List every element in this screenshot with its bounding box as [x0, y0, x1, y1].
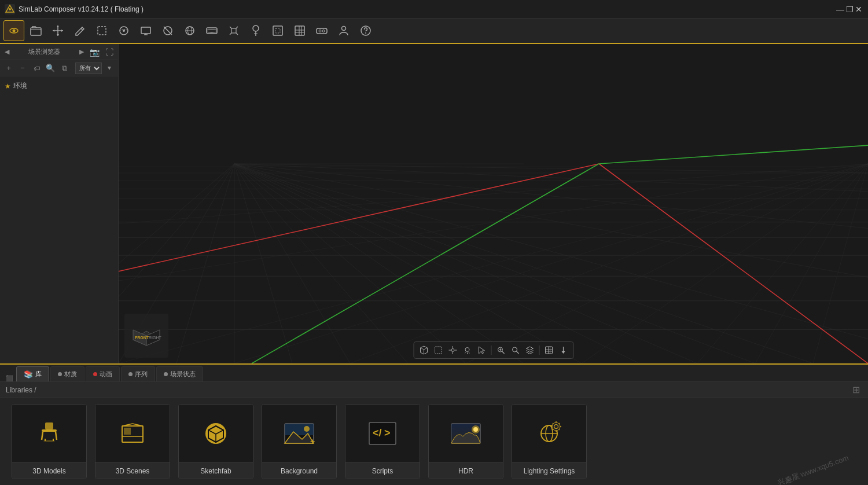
vp-zoom-button[interactable] [494, 344, 507, 357]
svg-marker-122 [526, 347, 533, 350]
add-item-button[interactable]: + [2, 62, 15, 75]
panel-collapse-left-button[interactable]: ◀ [2, 47, 12, 57]
library-card-scripts[interactable]: </ > Scripts [345, 404, 420, 479]
bottom-panel-collapse-button[interactable]: ⬛ [3, 375, 15, 381]
toolbar-open-button[interactable] [25, 20, 46, 41]
toolbar-slice-button[interactable] [157, 20, 178, 41]
svg-line-28 [236, 33, 238, 35]
remove-item-button[interactable]: − [16, 62, 29, 75]
scene-item-env[interactable]: ★ 环境 [2, 80, 116, 92]
material-dot [58, 372, 62, 376]
scene-tree: ★ 环境 [0, 76, 118, 363]
card-icon-background: + [262, 405, 336, 462]
minimize-button[interactable]: — [836, 5, 845, 14]
tab-library[interactable]: 📚 库 [16, 366, 49, 381]
nav-cube[interactable]: FRONT RIGHT [124, 314, 168, 358]
vp-select-button[interactable] [432, 344, 444, 357]
svg-line-27 [230, 33, 231, 35]
bottom-tabs: ⬛ 📚 库 材质 动画 序列 场景状态 [0, 365, 868, 382]
library-card-background[interactable]: + Background [262, 404, 337, 479]
library-card-hdr[interactable]: HDR [428, 404, 503, 479]
toolbar-select-rect-button[interactable] [91, 20, 112, 41]
vp-cube-button[interactable] [417, 344, 430, 357]
tab-animation[interactable]: 动画 [86, 366, 120, 381]
svg-rect-5 [31, 28, 41, 35]
library-card-lighting[interactable]: Lighting Settings [512, 404, 587, 479]
scene-item-label: 环境 [13, 81, 27, 91]
vp-light-button[interactable] [461, 344, 473, 357]
restore-button[interactable]: ❐ [845, 5, 854, 14]
titlebar: SimLab Composer v10.24.12 ( Floating ) —… [0, 0, 868, 19]
vp-zoom-view-button[interactable] [509, 344, 521, 357]
scene-state-dot [164, 372, 168, 376]
card-label-sketchfab: Sketchfab [179, 462, 253, 479]
filter-dropdown-button[interactable]: ▼ [103, 62, 116, 75]
library-icon: 📚 [24, 370, 33, 379]
toolbar-avatar-button[interactable] [333, 20, 354, 41]
vp-cursor-button[interactable] [475, 344, 488, 357]
toolbar-render-grid-button[interactable] [289, 20, 310, 41]
main-area: ◀ 场景浏览器 ▶ 📷 ⛶ + − 🏷 🔍 ⧉ 所有 模型 灯光 相机 ▼ [0, 44, 868, 363]
vp-layers-button[interactable] [523, 344, 536, 357]
vp-grid-button[interactable] [542, 344, 555, 357]
toolbar-globe-button[interactable] [179, 20, 200, 41]
toolbar-vr-button[interactable] [311, 20, 332, 41]
svg-point-166 [552, 422, 560, 431]
toolbar-view-button[interactable] [3, 20, 24, 41]
card-icon-lighting [512, 405, 586, 462]
svg-rect-105 [435, 347, 442, 354]
search-button[interactable]: 🔍 [44, 62, 57, 75]
panel-expand-right-button[interactable]: ▶ [77, 47, 86, 57]
fullscreen-icon-button[interactable]: ⛶ [103, 46, 116, 58]
tag-button[interactable]: 🏷 [30, 62, 43, 75]
svg-point-29 [253, 25, 259, 31]
sequence-dot [128, 372, 133, 376]
toolbar-render-box-button[interactable] [267, 20, 288, 41]
tab-scene-state[interactable]: 场景状态 [156, 366, 203, 381]
toolbar-display-button[interactable] [135, 20, 156, 41]
toolbar-measure-button[interactable] [245, 20, 266, 41]
library-card-3dscenes[interactable]: 3D Scenes [95, 404, 170, 479]
toolbar-transform-button[interactable] [47, 20, 68, 41]
toolbar-explode-button[interactable] [223, 20, 244, 41]
toolbar-panorama-button[interactable] [201, 20, 222, 41]
svg-point-2 [9, 8, 11, 10]
card-label-3dscenes: 3D Scenes [95, 462, 170, 479]
app-icon [5, 4, 15, 14]
card-icon-hdr [429, 405, 503, 462]
svg-point-111 [465, 348, 469, 352]
svg-line-113 [465, 352, 466, 354]
tab-scene-state-label: 场景状态 [170, 370, 196, 379]
svg-rect-132 [42, 429, 57, 432]
toolbar-help-button[interactable] [355, 20, 376, 41]
vp-separator-1 [491, 346, 491, 355]
tab-library-label: 库 [35, 370, 42, 379]
svg-line-173 [559, 429, 560, 430]
svg-line-103 [424, 348, 427, 350]
library-card-3dmodels[interactable]: 3D Models [12, 404, 87, 479]
svg-point-41 [322, 30, 325, 32]
svg-point-161 [473, 427, 478, 432]
panel-header-title: 场景浏览器 [13, 47, 76, 56]
toolbar-edit-button[interactable] [69, 20, 90, 41]
svg-line-172 [553, 423, 553, 424]
camera-icon-button[interactable]: 📷 [87, 46, 102, 58]
layers-button[interactable]: ⧉ [58, 62, 71, 75]
svg-rect-39 [317, 28, 327, 34]
svg-marker-10 [53, 30, 54, 32]
viewport-bottom-toolbar [413, 341, 573, 359]
grid-options-button[interactable]: ⊞ [850, 384, 862, 395]
vp-move-button[interactable] [446, 344, 459, 357]
svg-line-174 [559, 423, 560, 424]
svg-text:FRONT: FRONT [135, 336, 149, 340]
vp-separator-2 [539, 346, 539, 355]
vp-axis-button[interactable] [557, 344, 569, 357]
library-card-sketchfab[interactable]: Sketchfab [178, 404, 253, 479]
close-button[interactable]: ✕ [854, 5, 863, 14]
toolbar-orbit-button[interactable] [113, 20, 134, 41]
card-label-scripts: Scripts [345, 462, 420, 479]
viewport[interactable]: 兴趣屋 www.xqu5.com [119, 44, 868, 363]
tab-material[interactable]: 材质 [50, 366, 84, 381]
tab-sequence[interactable]: 序列 [121, 366, 155, 381]
filter-select[interactable]: 所有 模型 灯光 相机 [75, 63, 102, 74]
